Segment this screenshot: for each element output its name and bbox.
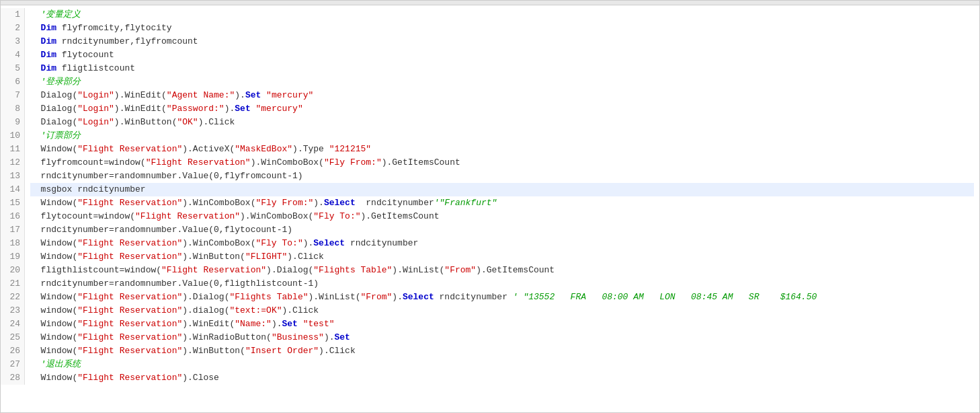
code-token bbox=[30, 358, 41, 371]
code-token: Set bbox=[235, 102, 250, 116]
code-token: ).WinButton( bbox=[182, 344, 245, 358]
code-token bbox=[30, 22, 41, 35]
code-token: "Flight Reservation" bbox=[77, 331, 182, 344]
code-lines: '变量定义 Dim flyfromcity,flytocity Dim rndc… bbox=[25, 8, 979, 385]
code-line: Window("Flight Reservation").WinButton("… bbox=[30, 250, 974, 264]
line-number: 25 bbox=[5, 331, 20, 344]
code-token: ). bbox=[303, 237, 314, 250]
code-token: "13552 FRA 08:00 AM LON 08:45 AM SR $164… bbox=[523, 291, 817, 304]
code-token: ).GetItemsCount bbox=[361, 210, 440, 223]
code-line: msgbox rndcitynumber bbox=[30, 183, 974, 196]
code-line: '订票部分 bbox=[30, 129, 974, 143]
code-token: rndcitynumber=randomnumber.Value(0,fligt… bbox=[30, 277, 319, 291]
code-token: "Flight Reservation" bbox=[77, 237, 182, 250]
line-number: 10 bbox=[5, 129, 20, 143]
line-number: 9 bbox=[5, 116, 20, 129]
code-token: "Login" bbox=[77, 116, 114, 129]
line-number: 13 bbox=[5, 170, 20, 183]
code-token: msgbox rndcitynumber bbox=[30, 183, 146, 196]
code-token: "Name:" bbox=[235, 317, 272, 331]
code-token: '退出系统 bbox=[41, 358, 81, 371]
code-token: "Fly To:" bbox=[313, 210, 360, 223]
code-token: ).WinComboBox( bbox=[251, 156, 324, 170]
code-line: flytocount=window("Flight Reservation").… bbox=[30, 210, 974, 223]
code-token: '变量定义 bbox=[41, 8, 81, 22]
code-token: "Insert Order" bbox=[245, 344, 319, 358]
code-token: ' bbox=[513, 291, 524, 304]
code-token: flytocount bbox=[56, 48, 114, 62]
line-numbers: 1234567891011121314151617181920212223242… bbox=[1, 8, 25, 385]
line-number: 5 bbox=[5, 62, 20, 75]
code-token: Dim bbox=[41, 35, 56, 48]
code-token: ).dialog( bbox=[182, 304, 229, 317]
code-token: ).GetItemsCount bbox=[476, 264, 555, 277]
code-token: ).WinComboBox( bbox=[182, 196, 255, 210]
code-token: '订票部分 bbox=[41, 129, 81, 143]
code-token: "Flight Reservation" bbox=[161, 264, 266, 277]
code-token: rndcitynumber=randomnumber.Value(0,flyto… bbox=[30, 223, 292, 237]
code-token: Select bbox=[313, 237, 345, 250]
code-token: Window( bbox=[30, 344, 77, 358]
code-token: "mercury" bbox=[256, 102, 303, 116]
code-token: ).Dialog( bbox=[182, 291, 229, 304]
code-token: rndcitynumber bbox=[356, 196, 434, 210]
code-line: window("Flight Reservation").dialog("tex… bbox=[30, 304, 974, 317]
code-line: '变量定义 bbox=[30, 8, 974, 22]
code-token: ).WinButton( bbox=[114, 116, 177, 129]
line-number: 12 bbox=[5, 156, 20, 170]
code-token: flyfromcity,flytocity bbox=[56, 22, 172, 35]
code-token: "Flight Reservation" bbox=[77, 143, 182, 156]
code-token: ).WinList( bbox=[392, 264, 444, 277]
code-token: Dim bbox=[41, 48, 56, 62]
line-number: 1 bbox=[5, 8, 20, 22]
code-token: "Login" bbox=[77, 102, 114, 116]
code-token: ).Click bbox=[282, 304, 319, 317]
code-line: Window("Flight Reservation").WinComboBox… bbox=[30, 196, 974, 210]
code-line: Dialog("Login").WinEdit("Agent Name:").S… bbox=[30, 89, 974, 102]
code-token: "Flight Reservation" bbox=[77, 344, 182, 358]
code-token: ).WinList( bbox=[309, 291, 361, 304]
code-token: Dialog( bbox=[30, 89, 77, 102]
code-line: Window("Flight Reservation").ActiveX("Ma… bbox=[30, 143, 974, 156]
line-number: 26 bbox=[5, 344, 20, 358]
line-number: 24 bbox=[5, 317, 20, 331]
code-token: Set bbox=[282, 317, 297, 331]
code-line: Window("Flight Reservation").WinComboBox… bbox=[30, 237, 974, 250]
line-number: 18 bbox=[5, 237, 20, 250]
code-line: Window("Flight Reservation").Close bbox=[30, 371, 974, 385]
line-number: 15 bbox=[5, 196, 20, 210]
code-line: rndcitynumber=randomnumber.Value(0,fligt… bbox=[30, 277, 974, 291]
code-token: Window( bbox=[30, 317, 77, 331]
code-line: Dim flyfromcity,flytocity bbox=[30, 22, 974, 35]
line-number: 23 bbox=[5, 304, 20, 317]
code-area: 1234567891011121314151617181920212223242… bbox=[1, 5, 979, 387]
code-token: ).Click bbox=[319, 344, 356, 358]
code-line: Dialog("Login").WinButton("OK").Click bbox=[30, 116, 974, 129]
code-token: "Flight Reservation" bbox=[146, 156, 251, 170]
code-token: Window( bbox=[30, 291, 77, 304]
code-line: '登录部分 bbox=[30, 75, 974, 89]
line-number: 16 bbox=[5, 210, 20, 223]
code-token: "Flight Reservation" bbox=[77, 304, 182, 317]
code-token: Dialog( bbox=[30, 102, 77, 116]
code-line: Dialog("Login").WinEdit("Password:").Set… bbox=[30, 102, 974, 116]
code-token: "FLIGHT" bbox=[245, 250, 287, 264]
code-token bbox=[30, 48, 41, 62]
code-token: "From" bbox=[444, 264, 476, 277]
code-token: ).Click bbox=[198, 116, 235, 129]
code-token: window( bbox=[30, 304, 77, 317]
code-token bbox=[30, 35, 41, 48]
code-token: Dim bbox=[41, 22, 56, 35]
code-token: fligtlistcount bbox=[56, 62, 135, 75]
code-token: "Flight Reservation" bbox=[77, 196, 182, 210]
code-token: "Flights Table" bbox=[313, 264, 392, 277]
line-number: 8 bbox=[5, 102, 20, 116]
code-token: "mercury" bbox=[266, 89, 313, 102]
code-token bbox=[251, 102, 256, 116]
line-number: 28 bbox=[5, 371, 20, 385]
code-token: ).Click bbox=[287, 250, 324, 264]
code-token: ).WinEdit( bbox=[114, 102, 167, 116]
code-token: "Flight Reservation" bbox=[77, 371, 182, 385]
code-token: ).ActiveX( bbox=[182, 143, 235, 156]
code-token: "Business" bbox=[272, 331, 324, 344]
